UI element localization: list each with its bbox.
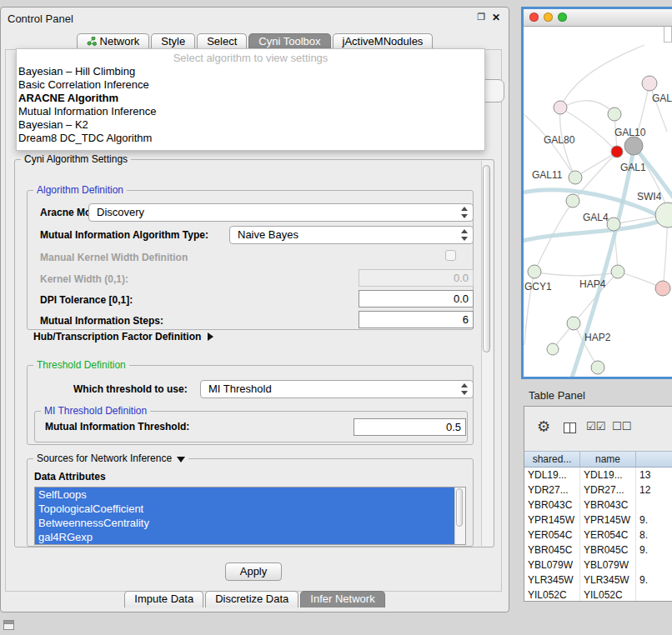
network-node[interactable]	[611, 265, 624, 278]
tab-select[interactable]: Select	[197, 33, 247, 50]
minimized-panel-icon[interactable]	[3, 620, 14, 630]
zoom-traffic-light-icon[interactable]	[558, 12, 567, 22]
close-window-icon[interactable]: ✕	[492, 12, 500, 23]
tab-label: Network	[100, 35, 140, 48]
column-header-extra[interactable]	[636, 452, 672, 467]
algorithm-option-bayesian-k2[interactable]: Bayesian – K2	[17, 118, 484, 132]
table-row[interactable]: YLR345WYLR345W9.	[524, 572, 672, 588]
attribute-item-topologicalcoefficient[interactable]: TopologicalCoefficient	[35, 502, 455, 516]
scrollbar-thumb[interactable]	[456, 488, 463, 527]
table-cell: YDR27...	[580, 482, 636, 498]
manual-kernel-label: Manual Kernel Width Definition	[40, 252, 188, 263]
collapse-triangle-icon[interactable]	[177, 457, 185, 462]
network-scrollbar[interactable]	[664, 27, 672, 42]
scrollbar-thumb[interactable]	[483, 165, 490, 352]
kernel-width-input[interactable]: 0.0	[359, 269, 474, 287]
mi-threshold-input[interactable]: 0.5	[354, 418, 466, 436]
tab-label: Discretize Data	[215, 592, 288, 605]
kernel-width-label: Kernel Width (0,1):	[40, 274, 128, 285]
network-node[interactable]	[566, 194, 579, 208]
attribute-item-betweennesscentrality[interactable]: BetweennessCentrality	[35, 516, 455, 530]
tab-label: Impute Data	[134, 592, 193, 605]
table-row[interactable]: YER054CYER054C8.	[524, 528, 672, 542]
tab-style[interactable]: Style	[151, 33, 195, 50]
network-node[interactable]	[624, 137, 643, 155]
mi-steps-input[interactable]: 6	[359, 311, 474, 328]
column-selector-icon[interactable]	[564, 422, 576, 433]
data-attributes-list[interactable]: SelfLoopsTopologicalCoefficientBetweenne…	[34, 487, 466, 545]
column-header-shared[interactable]: shared...	[524, 452, 580, 467]
column-header-name[interactable]: name	[580, 452, 636, 467]
dpi-tolerance-input[interactable]: 0.0	[359, 290, 474, 308]
hub-definition-section[interactable]: Hub/Transcription Factor Definition	[33, 331, 213, 342]
tab-network[interactable]: Network	[77, 33, 150, 50]
tab-impute-data[interactable]: Impute Data	[124, 591, 203, 608]
network-node[interactable]	[528, 265, 541, 278]
manual-kernel-checkbox[interactable]	[445, 250, 456, 261]
table-row[interactable]: YIL052CYIL052C	[524, 588, 672, 602]
deselect-all-checkbox-icon[interactable]: ☐☐	[612, 420, 631, 432]
network-node[interactable]	[554, 101, 567, 114]
control-panel-titlebar[interactable]: Control Panel ❐ ✕	[1, 8, 509, 29]
table-cell	[636, 588, 672, 602]
minimize-traffic-light-icon[interactable]	[544, 12, 553, 22]
table-cell: 9.	[636, 512, 672, 528]
network-node[interactable]	[547, 343, 559, 355]
algorithm-option-bayesian-hill-climbing[interactable]: Bayesian – Hill Climbing	[17, 65, 484, 78]
gear-icon[interactable]: ⚙	[537, 418, 550, 436]
tab-infer-network[interactable]: Infer Network	[300, 591, 384, 608]
table-cell	[636, 558, 672, 572]
select-all-checkbox-icon[interactable]: ☑☑	[586, 420, 605, 432]
table-row[interactable]: YPR145WYPR145W9.	[524, 512, 672, 528]
tab-jactivemnodules[interactable]: jActiveMNodules	[333, 33, 434, 50]
table-row[interactable]: YBR045CYBR045C9.	[524, 542, 672, 558]
attribute-item-gal4rgexp[interactable]: gal4RGexp	[35, 530, 455, 544]
network-node[interactable]	[608, 108, 621, 121]
table-cell: YBR043C	[524, 498, 580, 512]
sources-group: Sources for Network Inference Data Attri…	[27, 458, 474, 547]
attribute-item-selfloops[interactable]: SelfLoops	[35, 488, 455, 502]
network-node-label: HAP4	[579, 278, 606, 290]
network-node[interactable]	[642, 76, 657, 91]
table-cell: YPR145W	[524, 512, 580, 528]
close-traffic-light-icon[interactable]	[529, 12, 539, 22]
table-toolbar: ⚙ ☑☑ ☐☐	[524, 407, 672, 451]
network-edge[interactable]	[565, 101, 614, 114]
expand-triangle-icon[interactable]	[208, 332, 213, 341]
sources-group-title[interactable]: Sources for Network Inference	[33, 452, 188, 464]
sources-title-text: Sources for Network Inference	[37, 452, 172, 464]
network-graph[interactable]: GAL80GAL11GAL4GCY1HAP4HAP2GAL10GAL1SWI4G…	[524, 27, 672, 377]
network-node[interactable]	[567, 317, 580, 330]
network-edge[interactable]	[534, 272, 611, 276]
table-row[interactable]: YBL079WYBL079W	[524, 558, 672, 572]
network-node[interactable]	[655, 281, 670, 296]
mi-type-select[interactable]: Naive Bayes	[229, 226, 474, 244]
apply-button[interactable]: Apply	[225, 562, 282, 581]
float-window-icon[interactable]: ❐	[477, 12, 485, 22]
network-edge[interactable]	[560, 45, 644, 108]
mi-threshold-title: MI Threshold Definition	[41, 405, 150, 417]
network-node[interactable]	[607, 218, 620, 231]
control-panel-window: Control Panel ❐ ✕ Cyni Algorithm Setting…	[0, 7, 509, 612]
attributes-scrollbar[interactable]	[454, 488, 465, 544]
table-cell: YBR045C	[524, 542, 580, 558]
algorithm-option-mutual-information-inference[interactable]: Mutual Information Inference	[17, 105, 484, 118]
table-row[interactable]: YDR27...YDR27...12	[524, 482, 672, 498]
network-view-window[interactable]: GAL80GAL11GAL4GCY1HAP4HAP2GAL10GAL1SWI4G…	[521, 7, 672, 379]
settings-scrollbar[interactable]	[481, 161, 493, 546]
network-window-titlebar[interactable]	[524, 9, 672, 27]
table-row[interactable]: YBR043CYBR043C	[524, 498, 672, 512]
tab-cyni-toolbox[interactable]: Cyni Toolbox	[248, 33, 330, 50]
tab-label: Style	[161, 35, 185, 48]
algorithm-option-dream8-dc-tdc-algorithm[interactable]: Dream8 DC_TDC Algorithm	[17, 132, 484, 145]
network-canvas[interactable]: GAL80GAL11GAL4GCY1HAP4HAP2GAL10GAL1SWI4G…	[524, 27, 672, 377]
network-node[interactable]	[611, 146, 623, 158]
network-node[interactable]	[591, 361, 604, 374]
aracne-mode-select[interactable]: Discovery	[88, 203, 474, 222]
algorithm-option-aracne-algorithm[interactable]: ARACNE Algorithm	[17, 92, 484, 105]
network-node[interactable]	[569, 171, 582, 184]
which-threshold-select[interactable]: MI Threshold	[200, 380, 474, 398]
table-row[interactable]: YDL19...YDL19...13	[524, 468, 672, 482]
algorithm-option-basic-correlation-inference[interactable]: Basic Correlation Inference	[17, 78, 484, 92]
tab-discretize-data[interactable]: Discretize Data	[205, 591, 298, 608]
